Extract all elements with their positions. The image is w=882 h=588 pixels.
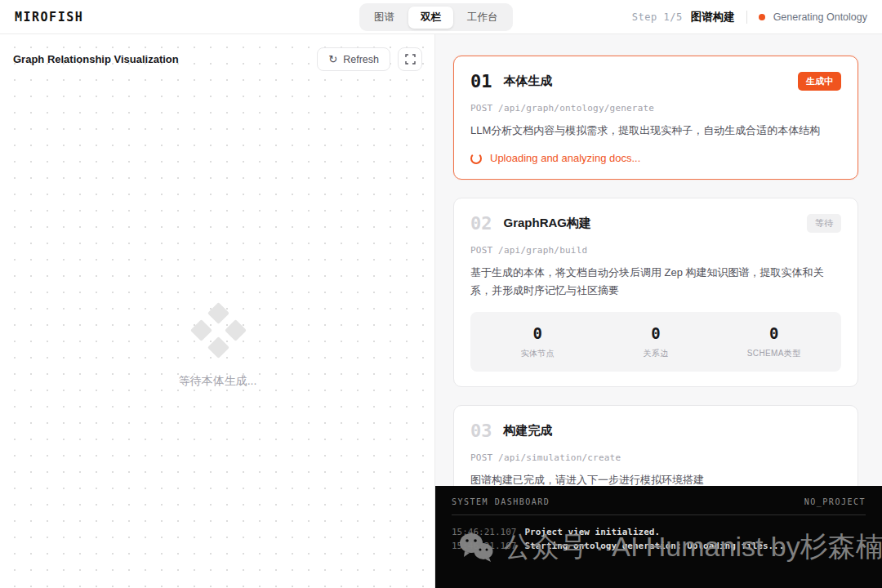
stat-value: 0: [769, 324, 778, 342]
tab-graph[interactable]: 图谱: [362, 7, 407, 29]
refresh-icon: ↻: [328, 53, 337, 65]
graph-loading-state: 等待本体生成...: [0, 304, 435, 389]
stat-value: 0: [651, 324, 660, 342]
progress-status-text: Uploading and analyzing docs...: [490, 152, 640, 164]
graph-stats: 0 实体节点 0 关系边 0 SCHEMA类型: [470, 312, 841, 372]
spinner-icon: [470, 153, 482, 164]
refresh-button[interactable]: ↻ Refresh: [317, 47, 390, 71]
stat-relation-edges: 0 关系边: [597, 324, 715, 359]
status-dot-icon: [759, 14, 765, 20]
status-badge: 生成中: [798, 72, 841, 91]
watermark-text: 公众号 · AI Humanist by杉森楠: [504, 528, 882, 566]
viz-title: Graph Relationship Visualization: [13, 53, 179, 65]
tab-two-column[interactable]: 双栏: [408, 7, 453, 29]
step-card-graphrag-build: 02 GraphRAG构建 等待 POST /api/graph/build 基…: [453, 198, 858, 387]
step-card-build-complete: 03 构建完成 POST /api/simulation/create 图谱构建…: [453, 405, 858, 486]
viz-header: Graph Relationship Visualization ↻ Refre…: [0, 47, 435, 71]
stat-value: 0: [533, 324, 542, 342]
waiting-text: 等待本体生成...: [179, 374, 257, 389]
fullscreen-button[interactable]: [398, 47, 422, 71]
step-description: 图谱构建已完成，请进入下一步进行模拟环境搭建: [470, 471, 841, 486]
step-number: 01: [470, 71, 492, 91]
view-switcher: 图谱 双栏 工作台: [359, 3, 513, 31]
step-title: 构建完成: [504, 423, 553, 439]
terminal-project-name: NO_PROJECT: [804, 497, 866, 506]
top-header: MIROFISH 图谱 双栏 工作台 Step 1/5 图谱构建 Generat…: [0, 0, 882, 34]
tab-workbench[interactable]: 工作台: [455, 7, 510, 29]
terminal-header: SYSTEM DASHBOARD NO_PROJECT: [452, 497, 866, 506]
terminal-divider: [452, 514, 866, 515]
diamond-loader-icon: [192, 304, 244, 356]
api-endpoint: POST /api/graph/ontology/generate: [470, 103, 841, 114]
api-endpoint: POST /api/simulation/create: [470, 452, 841, 463]
stat-label: 实体节点: [521, 348, 555, 359]
system-dashboard-terminal: SYSTEM DASHBOARD NO_PROJECT 15:46:21.107…: [435, 486, 882, 588]
status-text: Generating Ontology: [773, 11, 867, 23]
stat-entity-nodes: 0 实体节点: [479, 324, 597, 359]
step-number: 03: [470, 421, 492, 441]
step-description: 基于生成的本体，将文档自动分块后调用 Zep 构建知识图谱，提取实体和关系，并形…: [470, 264, 841, 299]
wechat-icon: [458, 532, 494, 563]
stat-label: SCHEMA类型: [747, 348, 801, 359]
stat-schema-types: 0 SCHEMA类型: [715, 324, 833, 359]
progress-status: Uploading and analyzing docs...: [470, 152, 841, 164]
refresh-label: Refresh: [343, 54, 379, 65]
status-badge: 等待: [807, 214, 841, 233]
step-title: 图谱构建: [691, 10, 735, 24]
api-endpoint: POST /api/graph/build: [470, 245, 841, 256]
step-indicator: Step 1/5 图谱构建 Generating Ontology: [632, 0, 867, 34]
step-description: LLM分析文档内容与模拟需求，提取出现实种子，自动生成合适的本体结构: [470, 122, 841, 139]
graph-visualization-panel: Graph Relationship Visualization ↻ Refre…: [0, 34, 435, 588]
step-label: Step 1/5: [632, 11, 683, 23]
viz-actions: ↻ Refresh: [317, 47, 422, 71]
divider: [746, 11, 747, 24]
app-logo: MIROFISH: [15, 0, 83, 34]
watermark: 公众号 · AI Humanist by杉森楠: [458, 528, 882, 566]
terminal-title: SYSTEM DASHBOARD: [452, 497, 550, 506]
stat-label: 关系边: [643, 348, 668, 359]
step-number: 02: [470, 213, 492, 234]
fullscreen-icon: [405, 54, 416, 65]
step-card-ontology-generation: 01 本体生成 生成中 POST /api/graph/ontology/gen…: [453, 56, 858, 180]
pipeline-steps-panel: 01 本体生成 生成中 POST /api/graph/ontology/gen…: [435, 34, 882, 486]
step-title: GraphRAG构建: [504, 216, 592, 231]
step-title: 本体生成: [504, 74, 553, 89]
